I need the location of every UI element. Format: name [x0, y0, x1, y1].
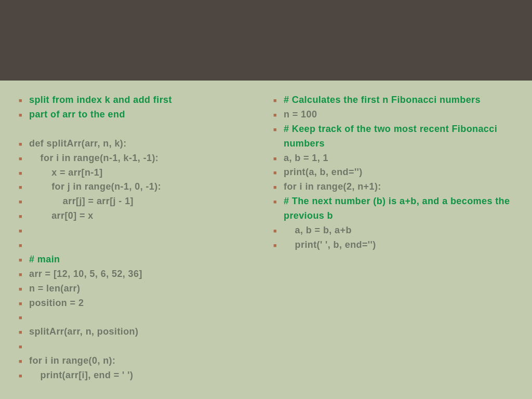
header-bar	[0, 0, 532, 81]
bullet-line: split from index k and add first	[19, 93, 247, 108]
bullet-line: a, b = b, a+b	[273, 223, 515, 238]
right-bullet-list: # Calculates the first n Fibonacci numbe…	[273, 93, 515, 252]
bullet-line: # main	[19, 252, 247, 267]
left-column: split from index k and add firstpart of …	[19, 93, 247, 387]
bullet-line: print(arr[i], end = ' ')	[19, 368, 247, 383]
bullet-line: # The next number (b) is a+b, and a beco…	[273, 194, 515, 223]
bullet-line: x = arr[n-1]	[19, 166, 247, 180]
bullet-line: # Keep track of the two most recent Fibo…	[273, 122, 515, 151]
bullet-line: def splitArr(arr, n, k):	[19, 137, 247, 151]
blank-line	[19, 122, 247, 137]
bullet-line: # Calculates the first n Fibonacci numbe…	[273, 93, 515, 108]
left-bullet-list: split from index k and add firstpart of …	[19, 93, 247, 383]
bullet-line: for i in range(2, n+1):	[273, 180, 515, 194]
bullet-line	[19, 339, 247, 354]
bullet-line: arr[j] = arr[j - 1]	[19, 194, 247, 209]
bullet-line: for j in range(n-1, 0, -1):	[19, 180, 247, 194]
bullet-line: position = 2	[19, 296, 247, 311]
bullet-line: print(a, b, end='')	[273, 165, 515, 180]
bullet-line: for i in range(n-1, k-1, -1):	[19, 151, 247, 166]
bullet-line: n = len(arr)	[19, 282, 247, 296]
bullet-line: print(' ', b, end='')	[273, 238, 515, 252]
bullet-line: for i in range(0, n):	[19, 354, 247, 368]
bullet-line: n = 100	[273, 108, 515, 122]
bullet-line: a, b = 1, 1	[273, 151, 515, 166]
bullet-line: arr[0] = x	[19, 209, 247, 223]
right-column: # Calculates the first n Fibonacci numbe…	[273, 93, 515, 387]
bullet-line	[19, 238, 247, 252]
bullet-line: splitArr(arr, n, position)	[19, 325, 247, 339]
bullet-line: part of arr to the end	[19, 108, 247, 122]
bullet-line: arr = [12, 10, 5, 6, 52, 36]	[19, 267, 247, 282]
bullet-line	[19, 223, 247, 238]
slide-content: split from index k and add firstpart of …	[0, 81, 532, 399]
bullet-line	[19, 310, 247, 325]
